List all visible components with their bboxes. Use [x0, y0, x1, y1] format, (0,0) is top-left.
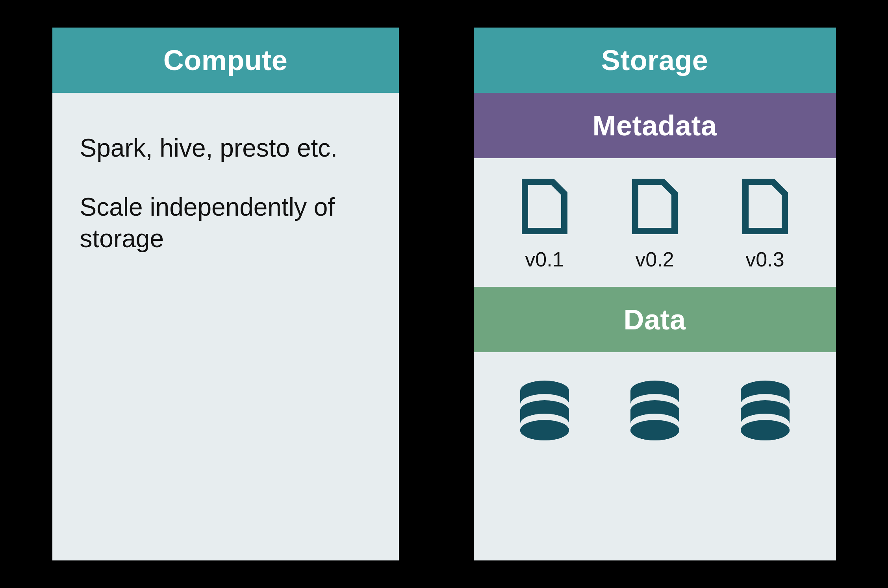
compute-text-scale: Scale independently of storage [80, 191, 371, 254]
compute-text-engines: Spark, hive, presto etc. [80, 132, 371, 164]
data-title-banner: Data [474, 287, 836, 352]
database-icon [515, 380, 574, 444]
svg-point-20 [741, 420, 790, 440]
version-label: v0.1 [525, 248, 564, 271]
version-label: v0.2 [635, 248, 674, 271]
file-icon [631, 178, 679, 237]
data-body [474, 352, 836, 456]
storage-panel: Storage Metadata v0.1 [474, 28, 836, 560]
version-item: v0.3 [742, 178, 789, 271]
metadata-body: v0.1 v0.2 v0.3 [474, 158, 836, 287]
version-item: v0.2 [631, 178, 679, 271]
version-row: v0.1 v0.2 v0.3 [489, 178, 820, 271]
metadata-title-banner: Metadata [474, 93, 836, 158]
svg-point-6 [520, 420, 569, 440]
version-item: v0.1 [521, 178, 568, 271]
compute-panel: Compute Spark, hive, presto etc. Scale i… [52, 28, 399, 560]
svg-point-13 [630, 420, 679, 440]
database-icon [736, 380, 795, 444]
file-icon [521, 178, 568, 237]
compute-body: Spark, hive, presto etc. Scale independe… [52, 93, 399, 560]
storage-title-banner: Storage [474, 28, 836, 93]
database-row [489, 380, 820, 444]
database-icon [625, 380, 684, 444]
compute-title-banner: Compute [52, 28, 399, 93]
file-icon [742, 178, 789, 237]
version-label: v0.3 [745, 248, 784, 271]
diagram-stage: Compute Spark, hive, presto etc. Scale i… [0, 0, 888, 588]
